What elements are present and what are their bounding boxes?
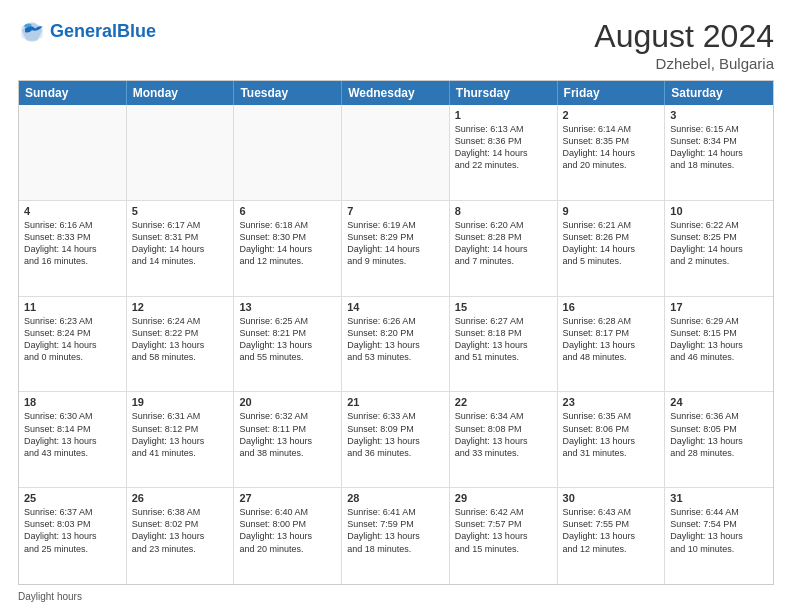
- cal-cell-7: 7Sunrise: 6:19 AM Sunset: 8:29 PM Daylig…: [342, 201, 450, 296]
- cell-info: Sunrise: 6:18 AM Sunset: 8:30 PM Dayligh…: [239, 219, 336, 268]
- calendar-header: SundayMondayTuesdayWednesdayThursdayFrid…: [19, 81, 773, 105]
- day-number: 1: [455, 109, 552, 121]
- day-number: 6: [239, 205, 336, 217]
- cell-info: Sunrise: 6:20 AM Sunset: 8:28 PM Dayligh…: [455, 219, 552, 268]
- cell-info: Sunrise: 6:37 AM Sunset: 8:03 PM Dayligh…: [24, 506, 121, 555]
- cell-info: Sunrise: 6:38 AM Sunset: 8:02 PM Dayligh…: [132, 506, 229, 555]
- cal-cell-1: 1Sunrise: 6:13 AM Sunset: 8:36 PM Daylig…: [450, 105, 558, 200]
- logo-blue: Blue: [117, 21, 156, 41]
- cell-info: Sunrise: 6:16 AM Sunset: 8:33 PM Dayligh…: [24, 219, 121, 268]
- day-number: 17: [670, 301, 768, 313]
- calendar: SundayMondayTuesdayWednesdayThursdayFrid…: [18, 80, 774, 585]
- cal-cell-16: 16Sunrise: 6:28 AM Sunset: 8:17 PM Dayli…: [558, 297, 666, 392]
- cell-info: Sunrise: 6:17 AM Sunset: 8:31 PM Dayligh…: [132, 219, 229, 268]
- cell-info: Sunrise: 6:30 AM Sunset: 8:14 PM Dayligh…: [24, 410, 121, 459]
- day-number: 29: [455, 492, 552, 504]
- cal-cell-22: 22Sunrise: 6:34 AM Sunset: 8:08 PM Dayli…: [450, 392, 558, 487]
- day-number: 5: [132, 205, 229, 217]
- logo: GeneralBlue: [18, 18, 156, 46]
- cell-info: Sunrise: 6:24 AM Sunset: 8:22 PM Dayligh…: [132, 315, 229, 364]
- cal-row-2: 4Sunrise: 6:16 AM Sunset: 8:33 PM Daylig…: [19, 201, 773, 297]
- cal-cell-5: 5Sunrise: 6:17 AM Sunset: 8:31 PM Daylig…: [127, 201, 235, 296]
- daylight-hours-label: Daylight hours: [18, 591, 82, 602]
- cell-info: Sunrise: 6:27 AM Sunset: 8:18 PM Dayligh…: [455, 315, 552, 364]
- cal-cell-15: 15Sunrise: 6:27 AM Sunset: 8:18 PM Dayli…: [450, 297, 558, 392]
- day-number: 3: [670, 109, 768, 121]
- cell-info: Sunrise: 6:41 AM Sunset: 7:59 PM Dayligh…: [347, 506, 444, 555]
- day-number: 13: [239, 301, 336, 313]
- logo-icon: [18, 18, 46, 46]
- cal-cell-11: 11Sunrise: 6:23 AM Sunset: 8:24 PM Dayli…: [19, 297, 127, 392]
- location: Dzhebel, Bulgaria: [594, 55, 774, 72]
- day-number: 30: [563, 492, 660, 504]
- day-number: 19: [132, 396, 229, 408]
- cell-info: Sunrise: 6:34 AM Sunset: 8:08 PM Dayligh…: [455, 410, 552, 459]
- cal-cell-31: 31Sunrise: 6:44 AM Sunset: 7:54 PM Dayli…: [665, 488, 773, 584]
- cell-info: Sunrise: 6:25 AM Sunset: 8:21 PM Dayligh…: [239, 315, 336, 364]
- cal-cell-19: 19Sunrise: 6:31 AM Sunset: 8:12 PM Dayli…: [127, 392, 235, 487]
- day-number: 2: [563, 109, 660, 121]
- day-number: 25: [24, 492, 121, 504]
- cal-cell-17: 17Sunrise: 6:29 AM Sunset: 8:15 PM Dayli…: [665, 297, 773, 392]
- header: GeneralBlue August 2024 Dzhebel, Bulgari…: [18, 18, 774, 72]
- cal-header-sunday: Sunday: [19, 81, 127, 105]
- cell-info: Sunrise: 6:33 AM Sunset: 8:09 PM Dayligh…: [347, 410, 444, 459]
- cal-cell-27: 27Sunrise: 6:40 AM Sunset: 8:00 PM Dayli…: [234, 488, 342, 584]
- cell-info: Sunrise: 6:31 AM Sunset: 8:12 PM Dayligh…: [132, 410, 229, 459]
- day-number: 12: [132, 301, 229, 313]
- day-number: 4: [24, 205, 121, 217]
- cal-header-friday: Friday: [558, 81, 666, 105]
- day-number: 18: [24, 396, 121, 408]
- cal-cell-empty-0-3: [342, 105, 450, 200]
- cal-row-3: 11Sunrise: 6:23 AM Sunset: 8:24 PM Dayli…: [19, 297, 773, 393]
- cal-cell-empty-0-1: [127, 105, 235, 200]
- day-number: 15: [455, 301, 552, 313]
- day-number: 21: [347, 396, 444, 408]
- cal-header-tuesday: Tuesday: [234, 81, 342, 105]
- day-number: 31: [670, 492, 768, 504]
- cell-info: Sunrise: 6:19 AM Sunset: 8:29 PM Dayligh…: [347, 219, 444, 268]
- day-number: 24: [670, 396, 768, 408]
- cal-cell-23: 23Sunrise: 6:35 AM Sunset: 8:06 PM Dayli…: [558, 392, 666, 487]
- cal-row-4: 18Sunrise: 6:30 AM Sunset: 8:14 PM Dayli…: [19, 392, 773, 488]
- cal-header-saturday: Saturday: [665, 81, 773, 105]
- day-number: 14: [347, 301, 444, 313]
- day-number: 27: [239, 492, 336, 504]
- day-number: 11: [24, 301, 121, 313]
- cal-cell-3: 3Sunrise: 6:15 AM Sunset: 8:34 PM Daylig…: [665, 105, 773, 200]
- cal-header-monday: Monday: [127, 81, 235, 105]
- cell-info: Sunrise: 6:21 AM Sunset: 8:26 PM Dayligh…: [563, 219, 660, 268]
- cal-row-1: 1Sunrise: 6:13 AM Sunset: 8:36 PM Daylig…: [19, 105, 773, 201]
- day-number: 8: [455, 205, 552, 217]
- cal-cell-18: 18Sunrise: 6:30 AM Sunset: 8:14 PM Dayli…: [19, 392, 127, 487]
- cell-info: Sunrise: 6:40 AM Sunset: 8:00 PM Dayligh…: [239, 506, 336, 555]
- cal-cell-4: 4Sunrise: 6:16 AM Sunset: 8:33 PM Daylig…: [19, 201, 127, 296]
- cal-cell-29: 29Sunrise: 6:42 AM Sunset: 7:57 PM Dayli…: [450, 488, 558, 584]
- cal-header-thursday: Thursday: [450, 81, 558, 105]
- logo-text: GeneralBlue: [50, 22, 156, 42]
- cell-info: Sunrise: 6:42 AM Sunset: 7:57 PM Dayligh…: [455, 506, 552, 555]
- cal-cell-26: 26Sunrise: 6:38 AM Sunset: 8:02 PM Dayli…: [127, 488, 235, 584]
- cal-cell-9: 9Sunrise: 6:21 AM Sunset: 8:26 PM Daylig…: [558, 201, 666, 296]
- cell-info: Sunrise: 6:28 AM Sunset: 8:17 PM Dayligh…: [563, 315, 660, 364]
- cell-info: Sunrise: 6:36 AM Sunset: 8:05 PM Dayligh…: [670, 410, 768, 459]
- footer: Daylight hours: [18, 591, 774, 602]
- cell-info: Sunrise: 6:44 AM Sunset: 7:54 PM Dayligh…: [670, 506, 768, 555]
- cal-row-5: 25Sunrise: 6:37 AM Sunset: 8:03 PM Dayli…: [19, 488, 773, 584]
- cell-info: Sunrise: 6:14 AM Sunset: 8:35 PM Dayligh…: [563, 123, 660, 172]
- cell-info: Sunrise: 6:15 AM Sunset: 8:34 PM Dayligh…: [670, 123, 768, 172]
- cal-cell-empty-0-2: [234, 105, 342, 200]
- cell-info: Sunrise: 6:29 AM Sunset: 8:15 PM Dayligh…: [670, 315, 768, 364]
- day-number: 20: [239, 396, 336, 408]
- cal-cell-empty-0-0: [19, 105, 127, 200]
- cal-cell-28: 28Sunrise: 6:41 AM Sunset: 7:59 PM Dayli…: [342, 488, 450, 584]
- cell-info: Sunrise: 6:23 AM Sunset: 8:24 PM Dayligh…: [24, 315, 121, 364]
- day-number: 22: [455, 396, 552, 408]
- cal-cell-25: 25Sunrise: 6:37 AM Sunset: 8:03 PM Dayli…: [19, 488, 127, 584]
- day-number: 7: [347, 205, 444, 217]
- cal-cell-6: 6Sunrise: 6:18 AM Sunset: 8:30 PM Daylig…: [234, 201, 342, 296]
- cal-cell-2: 2Sunrise: 6:14 AM Sunset: 8:35 PM Daylig…: [558, 105, 666, 200]
- cell-info: Sunrise: 6:43 AM Sunset: 7:55 PM Dayligh…: [563, 506, 660, 555]
- cal-cell-30: 30Sunrise: 6:43 AM Sunset: 7:55 PM Dayli…: [558, 488, 666, 584]
- title-block: August 2024 Dzhebel, Bulgaria: [594, 18, 774, 72]
